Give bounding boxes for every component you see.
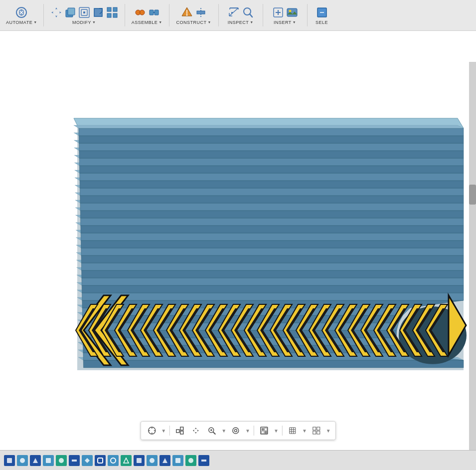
statusbar [0, 450, 476, 470]
scale-icon [92, 6, 105, 19]
svg-rect-120 [265, 428, 267, 431]
toolbar-group-inspect[interactable]: INSPECT ▼ [221, 0, 261, 30]
svg-point-117 [235, 430, 237, 432]
move-icon [50, 6, 63, 19]
grid-dropdown[interactable]: ▼ [302, 428, 308, 434]
assemble-arrow: ▼ [159, 20, 162, 24]
statusbar-icon-14[interactable] [172, 455, 183, 466]
svg-point-136 [20, 458, 25, 463]
fit-tool-btn[interactable] [229, 424, 243, 438]
toolbar-group-automate[interactable]: AUTOMATE ▼ [2, 0, 41, 30]
svg-rect-111 [180, 431, 183, 434]
sep2 [254, 426, 254, 436]
automate-arrow: ▼ [33, 20, 37, 24]
svg-rect-27 [231, 12, 233, 13]
toolbar-group-insert[interactable]: INSERT ▼ [265, 0, 305, 30]
divider-4 [218, 4, 219, 26]
modify-arrow: ▼ [92, 20, 96, 24]
svg-rect-16 [155, 10, 159, 15]
svg-line-113 [213, 432, 215, 434]
joint-icon [148, 6, 160, 19]
insert-icon [272, 6, 285, 19]
svg-rect-150 [201, 460, 206, 462]
statusbar-icon-12[interactable] [147, 455, 158, 466]
insert-arrow: ▼ [293, 20, 296, 24]
divider-2 [125, 4, 125, 26]
statusbar-icon-10[interactable] [121, 455, 132, 466]
insert-label: INSERT ▼ [274, 20, 296, 25]
svg-marker-144 [124, 458, 129, 463]
svg-rect-9 [107, 7, 111, 11]
statusbar-icon-7[interactable] [82, 455, 93, 466]
grid-tool-btn[interactable] [286, 424, 300, 438]
svg-marker-141 [85, 458, 90, 463]
svg-rect-140 [72, 460, 77, 462]
svg-rect-4 [68, 8, 75, 15]
svg-line-32 [250, 14, 252, 17]
assemble-icon [134, 6, 147, 19]
svg-point-139 [59, 458, 64, 463]
statusbar-icon-5[interactable] [56, 455, 67, 466]
cursor-dropdown[interactable]: ▼ [160, 428, 166, 434]
statusbar-icon-2[interactable] [17, 455, 28, 466]
statusbar-icon-8[interactable] [95, 455, 106, 466]
modify-label: MODIFY ▼ [72, 20, 96, 25]
image-insert-icon [286, 6, 299, 19]
scrollbar-thumb[interactable] [469, 185, 476, 205]
svg-rect-142 [98, 458, 103, 463]
select-icon [316, 6, 328, 19]
sep1 [169, 426, 170, 436]
grid2-tool-btn[interactable] [310, 424, 323, 438]
toolbar-group-select[interactable]: SELE [310, 0, 334, 30]
toolbar-group-modify[interactable]: MODIFY ▼ [46, 0, 123, 30]
pan-tool-btn[interactable] [189, 424, 203, 438]
automate-label: AUTOMATE ▼ [6, 20, 37, 25]
svg-rect-119 [262, 428, 264, 431]
toolbar-group-assemble[interactable]: ASSEMBLE ▼ [127, 0, 167, 30]
svg-point-146 [150, 458, 155, 463]
statusbar-icon-9[interactable] [108, 455, 119, 466]
statusbar-icon-6[interactable] [69, 455, 80, 466]
inspect-arrow: ▼ [250, 20, 253, 24]
statusbar-icon-1[interactable] [4, 455, 15, 466]
display-dropdown[interactable]: ▼ [273, 428, 279, 434]
divider-5 [263, 4, 263, 26]
svg-rect-15 [150, 10, 154, 15]
svg-point-143 [111, 458, 116, 463]
statusbar-icon-3[interactable] [30, 455, 41, 466]
fit-dropdown[interactable]: ▼ [245, 428, 251, 434]
main-viewport[interactable]: ▼ ▼ [0, 31, 476, 450]
inspect-label: INSPECT ▼ [228, 20, 254, 25]
svg-point-149 [188, 458, 193, 463]
bottom-toolbar: ▼ ▼ [140, 421, 335, 440]
sep3 [282, 426, 283, 436]
cursor-tool-btn[interactable] [145, 424, 159, 438]
svg-rect-133 [313, 431, 316, 434]
toolbar-group-construct[interactable]: CONSTRUCT ▼ [171, 0, 216, 30]
snap-tool-btn[interactable] [173, 424, 187, 438]
statusbar-icon-15[interactable] [185, 455, 196, 466]
copy-icon [64, 6, 77, 19]
statusbar-icon-11[interactable] [134, 455, 145, 466]
svg-marker-137 [33, 458, 38, 463]
3d-scene-svg [0, 31, 469, 440]
grid2-dropdown[interactable]: ▼ [325, 428, 331, 434]
svg-marker-147 [162, 458, 167, 463]
zoom-dropdown[interactable]: ▼ [221, 428, 227, 434]
svg-rect-110 [180, 427, 183, 430]
select-label: SELE [316, 20, 328, 25]
display-tool-btn[interactable] [257, 424, 271, 438]
scrollbar[interactable] [469, 62, 476, 450]
statusbar-icon-4[interactable] [43, 455, 54, 466]
svg-rect-121 [262, 431, 264, 434]
construct-icon2 [194, 6, 207, 19]
svg-rect-132 [317, 427, 320, 430]
statusbar-icon-16[interactable] [198, 455, 209, 466]
zoom-tool-btn[interactable] [205, 424, 219, 438]
svg-rect-122 [265, 431, 267, 434]
measure-icon [227, 6, 240, 19]
offset-icon [78, 6, 91, 19]
svg-point-20 [186, 14, 187, 15]
statusbar-icon-13[interactable] [159, 455, 170, 466]
svg-rect-12 [113, 13, 117, 17]
